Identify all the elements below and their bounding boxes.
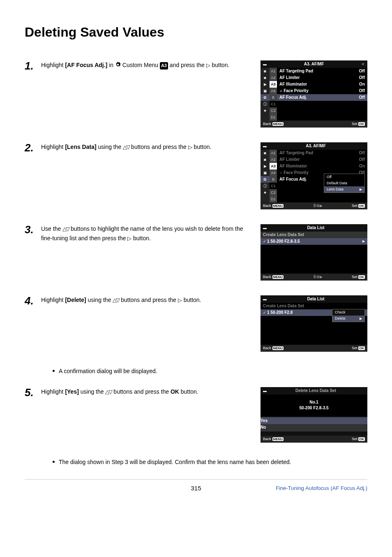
screenshot-4-popup: Check Delete▶ xyxy=(332,309,365,322)
screenshot-3: ▬Data List Create Lens Data Set ✓1 50-20… xyxy=(261,224,367,281)
screenshot-5: ▬Delete Lens Data Set No.1 50-200 F2.8-3… xyxy=(261,387,367,443)
step-number-5: 5. xyxy=(25,387,36,398)
up-down-triangle-icon: △▽ xyxy=(113,297,119,303)
step-1-text: Highlight [AF Focus Adj.] in Custom Menu… xyxy=(41,60,251,70)
up-down-triangle-icon: △▽ xyxy=(105,389,112,395)
screenshot-sidebar-icons: ◙◙▶▣✿ⓘ★ xyxy=(261,68,270,121)
step-4-bullet: A confirmation dialog will be displayed. xyxy=(53,367,367,376)
screenshot-4: ▬Data List Create Lens Data Set ✓1 50-20… xyxy=(261,295,367,352)
step-4-text: Highlight [Delete] using the △▽ buttons … xyxy=(41,295,251,305)
right-triangle-icon: ▷ xyxy=(178,297,182,303)
step-number-3: 3. xyxy=(25,224,36,235)
step-5-text: Highlight [Yes] using the △▽ buttons and… xyxy=(41,387,251,397)
menu-badge-icon: A3 xyxy=(160,62,168,70)
screenshot-1: ▬A3. AF/MF★ ◙◙▶▣✿ⓘ★ A1A2A3A4BC1C2D1 AF T… xyxy=(261,60,367,128)
step-number-4: 4. xyxy=(25,295,36,306)
screenshot-2-popup: Off Default Data Lens Data▶ xyxy=(324,174,365,193)
right-triangle-icon: ▷ xyxy=(206,62,210,68)
right-triangle-icon: ▷ xyxy=(127,235,131,241)
step-2-text: Highlight [Lens Data] using the △▽ butto… xyxy=(41,142,251,152)
page-number: 315 xyxy=(139,485,253,492)
up-down-triangle-icon: △▽ xyxy=(62,226,69,232)
step-5-bullet: The dialog shown in Step 3 will be displ… xyxy=(53,457,367,466)
step-3-text: Use the △▽ buttons to highlight the name… xyxy=(41,224,251,243)
footer-link[interactable]: Fine-Tuning Autofocus (AF Focus Adj.) xyxy=(253,485,367,491)
right-triangle-icon: ▷ xyxy=(188,144,192,150)
page-title: Deleting Saved Values xyxy=(25,25,367,40)
step-number-2: 2. xyxy=(25,142,36,153)
gear-icon xyxy=(115,61,121,70)
up-down-triangle-icon: △▽ xyxy=(123,144,129,150)
step-number-1: 1. xyxy=(25,60,36,71)
screenshot-2: ▬A3. AF/MF ◙◙▶▣✿ⓘ★ A1A2A3A4BC1C2D1 AF Ta… xyxy=(261,142,367,209)
